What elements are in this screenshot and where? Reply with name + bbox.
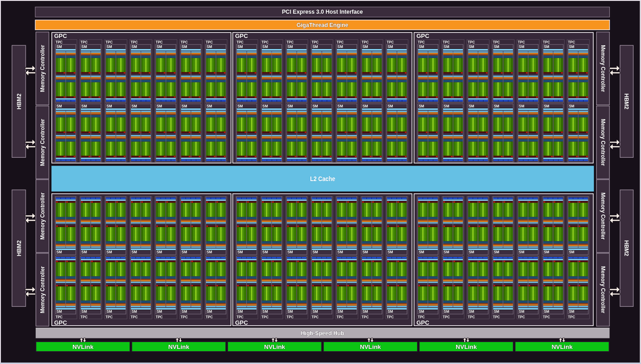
svg-text:Memory Controller: Memory Controller [39, 45, 46, 92]
svg-text:HBM2: HBM2 [16, 93, 22, 109]
svg-text:NVLink: NVLink [456, 343, 477, 350]
svg-text:Memory Controller: Memory Controller [600, 193, 606, 240]
svg-text:PCI Express 3.0 Host Interface: PCI Express 3.0 Host Interface [282, 9, 363, 15]
svg-text:HBM2: HBM2 [16, 240, 22, 256]
svg-text:HBM2: HBM2 [623, 240, 630, 256]
svg-text:L2 Cache: L2 Cache [310, 175, 335, 182]
svg-text:NVLink: NVLink [168, 343, 190, 350]
svg-text:Memory Controller: Memory Controller [600, 266, 606, 313]
svg-text:NVLink: NVLink [264, 343, 286, 350]
svg-text:NVLink: NVLink [552, 343, 573, 350]
svg-text:HBM2: HBM2 [623, 93, 630, 109]
svg-text:Memory Controller: Memory Controller [39, 119, 46, 166]
svg-text:Memory Controller: Memory Controller [600, 45, 606, 92]
svg-text:NVLink: NVLink [72, 343, 94, 350]
svg-text:Memory Controller: Memory Controller [39, 266, 46, 313]
svg-text:Memory Controller: Memory Controller [39, 193, 46, 240]
svg-text:NVLink: NVLink [360, 343, 381, 350]
svg-text:GigaThread Engine: GigaThread Engine [297, 22, 348, 28]
svg-text:High-Speed Hub: High-Speed Hub [301, 330, 344, 337]
svg-text:Memory Controller: Memory Controller [600, 119, 606, 166]
